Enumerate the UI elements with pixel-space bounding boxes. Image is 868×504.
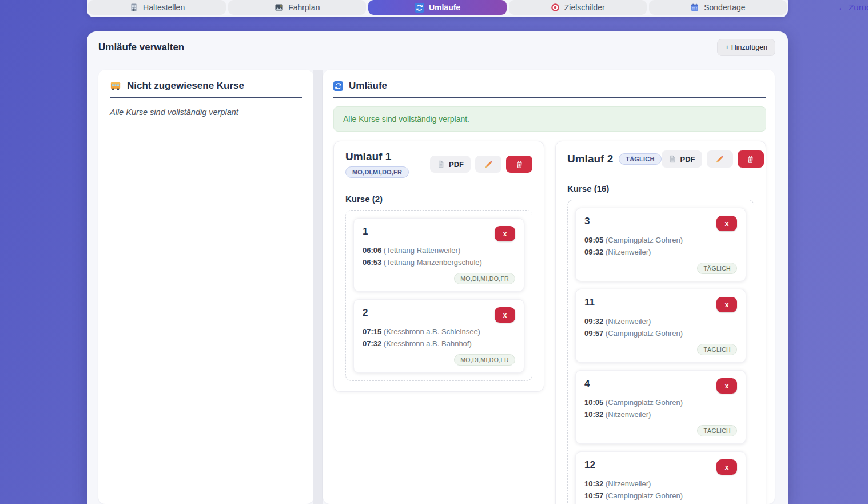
umlauf-divider <box>345 186 532 186</box>
kurs-card[interactable]: 11x09:32 (Nitzenweiler)09:57 (Campingpla… <box>575 289 746 363</box>
kurs-stop-time: 06:53 <box>363 258 381 267</box>
kurs-stop-place: (Nitzenweiler) <box>603 410 651 419</box>
kurs-stop-line: 10:57 (Campingplatz Gohren) <box>584 490 737 502</box>
kurs-stop-place: (Kressbronn a.B. Schleinsee) <box>381 327 480 336</box>
remove-kurs-button[interactable]: x <box>716 297 737 312</box>
kurs-stop-line: 06:53 (Tettnang Manzenbergschule) <box>363 257 515 269</box>
umlauf-card: Umlauf 1MO,DI,MI,DO,FRPDFKurse (2)1x06:0… <box>333 141 544 392</box>
unassigned-kurse-panel: Nicht zugewiesene Kurse Alle Kurse sind … <box>98 70 313 504</box>
kurs-card-header: 3x <box>584 216 737 231</box>
kurs-days-badge: TÄGLICH <box>697 344 737 355</box>
sync-icon <box>415 3 424 13</box>
remove-kurs-button[interactable]: x <box>716 459 737 475</box>
building-icon <box>129 3 138 12</box>
page-title: Umläufe verwalten <box>98 42 184 53</box>
kurs-stop-place: (Campingplatz Gohren) <box>603 236 683 244</box>
main-header: Umläufe verwalten + Hinzufügen <box>87 31 788 64</box>
kurs-stop-line: 09:05 (Campingplatz Gohren) <box>584 235 737 247</box>
pdf-button[interactable]: PDF <box>430 156 471 173</box>
pencil-icon <box>484 160 493 169</box>
kurs-badge-row: MO,DI,MI,DO,FR <box>363 354 515 366</box>
kurs-stop-time: 07:32 <box>363 339 381 348</box>
kurse-count-title: Kurse (2) <box>345 194 532 204</box>
kurs-card[interactable]: 4x10:05 (Campingplatz Gohren)10:32 (Nitz… <box>575 370 746 444</box>
page-icon <box>668 155 676 163</box>
tab-label: Sondertage <box>704 3 745 12</box>
remove-kurs-button[interactable]: x <box>716 216 737 231</box>
kurs-number: 3 <box>584 216 590 227</box>
delete-umlauf-button[interactable] <box>738 150 764 168</box>
kurs-stop-line: 10:05 (Campingplatz Gohren) <box>584 397 737 409</box>
kurs-stop-place: (Kressbronn a.B. Bahnhof) <box>381 339 472 348</box>
umlaeufe-panel-header: Umläufe <box>333 80 766 98</box>
umlauf-header: Umlauf 1MO,DI,MI,DO,FRPDF <box>345 150 532 178</box>
kurs-number: 12 <box>584 459 595 471</box>
kurs-stop-place: (Nitzenweiler) <box>603 317 651 326</box>
umlaeufe-panel: Umläufe Alle Kurse sind vollständig verp… <box>323 70 775 504</box>
unassigned-panel-header: Nicht zugewiesene Kurse <box>110 80 302 98</box>
kurs-card[interactable]: 1x06:06 (Tettnang Rattenweiler)06:53 (Te… <box>353 218 524 292</box>
tab-haltestellen[interactable]: Haltestellen <box>88 0 226 15</box>
kurs-badge-row: MO,DI,MI,DO,FR <box>363 273 515 284</box>
umlauf-days-badge: MO,DI,MI,DO,FR <box>345 166 409 178</box>
main-card: Umläufe verwalten + Hinzufügen Nicht zug… <box>87 31 788 504</box>
kurs-card[interactable]: 2x07:15 (Kressbronn a.B. Schleinsee)07:3… <box>353 299 524 373</box>
unassigned-empty-message: Alle Kurse sind vollständig verplant <box>110 108 302 117</box>
kurs-stop-place: (Campingplatz Gohren) <box>603 329 683 338</box>
target-icon <box>551 3 560 12</box>
kurs-card-header: 1x <box>363 226 515 241</box>
umlauf-actions: PDF <box>662 150 764 168</box>
kurs-number: 2 <box>363 307 368 319</box>
kurs-stop-time: 09:32 <box>584 248 603 256</box>
kurse-count-title: Kurse (16) <box>567 184 754 193</box>
pdf-button[interactable]: PDF <box>662 150 702 168</box>
kurs-stop-line: 10:32 (Nitzenweiler) <box>584 478 737 490</box>
back-link[interactable]: ← Zurück <box>838 2 868 12</box>
tab-label: Fahrplan <box>288 3 320 12</box>
pencil-icon <box>715 155 724 164</box>
kurs-stop-line: 09:32 (Nitzenweiler) <box>584 247 737 259</box>
pdf-button-label: PDF <box>680 155 695 164</box>
kurs-stop-place: (Nitzenweiler) <box>603 248 651 256</box>
pdf-button-label: PDF <box>449 160 464 169</box>
content-columns: Nicht zugewiesene Kurse Alle Kurse sind … <box>87 64 788 504</box>
tab-fahrplan[interactable]: Fahrplan <box>228 0 366 15</box>
add-umlauf-button[interactable]: + Hinzufügen <box>717 39 775 56</box>
trash-icon <box>746 155 755 164</box>
tab-sondertage[interactable]: Sondertage <box>649 0 787 15</box>
edit-umlauf-button[interactable] <box>707 150 733 168</box>
column-scrollbar-divider[interactable] <box>313 70 323 504</box>
remove-kurs-button[interactable]: x <box>495 307 515 323</box>
kurs-stop-time: 10:32 <box>584 479 603 488</box>
kurs-stop-line: 07:15 (Kressbronn a.B. Schleinsee) <box>363 326 515 338</box>
kurs-number: 11 <box>584 297 595 308</box>
kurs-stop-time: 09:05 <box>584 236 603 244</box>
kurs-stop-time: 09:32 <box>584 317 603 326</box>
kurs-number: 1 <box>363 226 368 237</box>
kurs-card[interactable]: 12x10:32 (Nitzenweiler)10:57 (Campingpla… <box>575 451 746 504</box>
kurse-dropzone-list: 3x09:05 (Campingplatz Gohren)09:32 (Nitz… <box>567 200 754 504</box>
tabbar: HaltestellenFahrplanUmläufeZielschilderS… <box>87 0 788 17</box>
bus-icon <box>110 80 121 92</box>
kurs-stop-time: 07:15 <box>363 327 381 336</box>
kurs-stop-time: 06:06 <box>363 246 381 255</box>
remove-kurs-button[interactable]: x <box>716 378 737 394</box>
kurs-badge-row: TÄGLICH <box>584 344 737 355</box>
kurs-number: 4 <box>584 378 590 390</box>
tab-umläufe[interactable]: Umläufe <box>368 0 506 15</box>
kurs-badge-row: TÄGLICH <box>584 425 737 436</box>
trash-icon <box>515 160 524 169</box>
kurs-card[interactable]: 3x09:05 (Campingplatz Gohren)09:32 (Nitz… <box>575 208 746 281</box>
kurs-stop-time: 10:32 <box>584 410 603 419</box>
kurs-stop-place: (Tettnang Manzenbergschule) <box>381 258 482 267</box>
umlauf-header: Umlauf 2TÄGLICHPDF <box>567 150 754 168</box>
kurs-card-header: 12x <box>584 459 737 475</box>
delete-umlauf-button[interactable] <box>506 156 532 173</box>
tab-zielschilder[interactable]: Zielschilder <box>509 0 647 15</box>
umlauf-actions: PDF <box>430 156 532 173</box>
kurs-stop-place: (Campingplatz Gohren) <box>603 398 683 407</box>
kurs-stop-line: 09:57 (Campingplatz Gohren) <box>584 328 737 340</box>
remove-kurs-button[interactable]: x <box>495 226 515 241</box>
edit-umlauf-button[interactable] <box>475 156 501 173</box>
umlauf-title: Umlauf 2 <box>567 153 613 165</box>
